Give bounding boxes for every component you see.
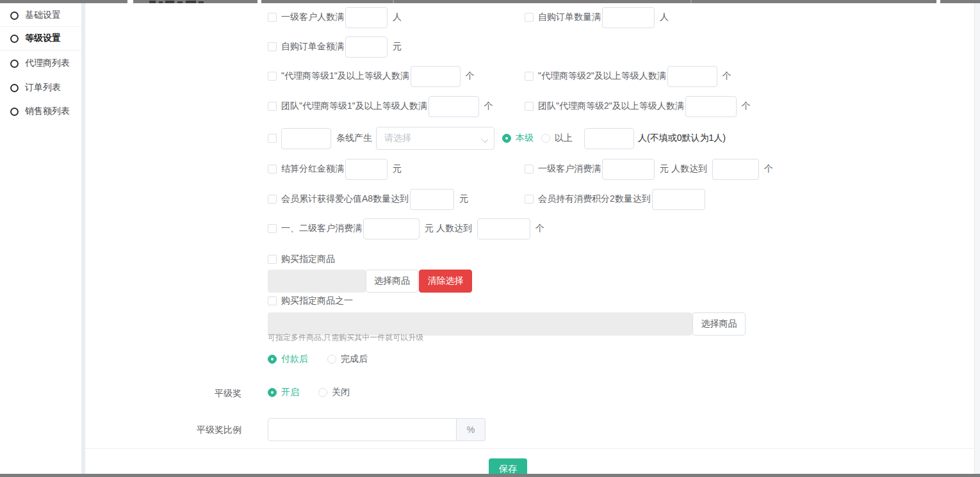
peer-award-ratio-input[interactable] [268, 418, 457, 441]
radio-label: 开启 [281, 387, 299, 398]
sidebar-content-gutter [81, 0, 85, 477]
unit-suffix: 人 [393, 12, 402, 23]
level-select[interactable]: 请选择 [376, 127, 494, 150]
line-count-input[interactable] [281, 128, 331, 149]
sidebar-item-label: 代理商列表 [25, 58, 70, 69]
unit-suffix: 人 [660, 12, 669, 23]
checkbox[interactable] [268, 72, 277, 81]
condition-love-value-a8: 会员累计获得爱心值A8数量达到 元 [268, 188, 468, 210]
radio-label: 本级 [516, 133, 534, 144]
level12-consume-amount-input[interactable] [363, 218, 420, 239]
selected-product-display [268, 270, 366, 293]
love-value-a8-input[interactable] [410, 189, 454, 210]
peer-award-ratio-label: 平级奖比例 [149, 424, 241, 436]
level1-consume-amount-input[interactable] [602, 159, 655, 180]
radio-label: 关闭 [332, 387, 350, 398]
buy-product-picker: 选择商品 清除选择 [268, 270, 472, 293]
unit-suffix: 个 [742, 101, 751, 112]
unit-suffix: 个 [484, 101, 493, 112]
radio-after-payment[interactable] [268, 355, 277, 364]
condition-label: 购买指定商品 [281, 254, 335, 265]
condition-label: 会员累计获得爱心值A8数量达到 [281, 193, 409, 205]
top-border-mark [690, 0, 692, 3]
checkbox[interactable] [268, 224, 277, 233]
checkbox[interactable] [525, 195, 534, 204]
level1-consume-people-input[interactable] [712, 159, 759, 180]
clear-selection-button[interactable]: 清除选择 [419, 270, 472, 293]
consume-points2-input[interactable] [652, 189, 705, 210]
condition-consume-points2: 会员持有消费积分2数量达到 [525, 188, 705, 210]
level1-customer-count-input[interactable] [345, 7, 388, 28]
sidebar-item-sales-list[interactable]: 销售额列表 [0, 100, 81, 123]
clipped-text-fragment [177, 1, 183, 3]
mid-label: 元 人数达到 [425, 223, 472, 234]
condition-label: 自购订单数量满 [538, 12, 601, 23]
scrollbar[interactable] [974, 0, 980, 477]
checkbox[interactable] [268, 195, 277, 204]
select-product-button[interactable]: 选择商品 [366, 270, 418, 293]
condition-level1-customer-consume: 一级客户消费满 元 人数达到 个 [525, 158, 773, 180]
condition-label: 一、二级客户消费满 [281, 223, 362, 234]
window-top-border [0, 0, 980, 3]
radio-peer-award-off[interactable] [318, 388, 327, 397]
multi-product-hint-row: 可指定多件商品,只需购买其中一件就可以升级 [268, 332, 423, 343]
checkbox[interactable] [268, 165, 277, 174]
sidebar-item-agent-list[interactable]: 代理商列表 [0, 52, 81, 75]
checkbox[interactable] [525, 165, 534, 174]
footer-divider [85, 448, 975, 449]
condition-settle-dividend-amount: 结算分红金额满 元 [268, 158, 402, 180]
clipped-text-fragment [165, 1, 174, 3]
condition-label: 条线产生 [336, 133, 372, 144]
select-product-button[interactable]: 选择商品 [692, 312, 746, 336]
team-agent-level2-count-input[interactable] [685, 96, 737, 117]
settle-dividend-amount-input[interactable] [345, 159, 388, 180]
radio-same-level[interactable] [502, 134, 511, 143]
window-bottom-border [0, 474, 980, 477]
checkbox[interactable] [525, 13, 534, 22]
unit-suffix: 元 [393, 41, 402, 53]
condition-buy-product-one-of: 购买指定商品之一 [268, 291, 353, 311]
condition-buy-product: 购买指定商品 [268, 250, 335, 269]
unit-suffix: 个 [535, 223, 544, 234]
checkbox[interactable] [268, 134, 277, 143]
condition-self-order-amount: 自购订单金额满 元 [268, 36, 402, 58]
line-people-count-input[interactable] [584, 128, 634, 149]
condition-team-agent-level1-count: 团队"代理商等级1"及以上等级人数满 个 [268, 95, 493, 117]
sidebar-item-basic-settings[interactable]: 基础设置 [0, 4, 81, 27]
condition-label: "代理商等级2"及以上等级人数满 [538, 70, 666, 82]
radio-label: 以上 [555, 133, 573, 144]
checkbox[interactable] [525, 72, 534, 81]
agent-level2-count-input[interactable] [667, 66, 717, 87]
self-order-amount-input[interactable] [345, 36, 388, 58]
unit-suffix: 元 [393, 163, 402, 175]
condition-agent-level2-count: "代理商等级2"及以上等级人数满 个 [525, 65, 731, 87]
sidebar-item-level-settings[interactable]: 等级设置 [0, 26, 81, 51]
sidebar-item-label: 订单列表 [25, 82, 61, 93]
clipped-text-fragment [149, 1, 156, 3]
self-order-count-input[interactable] [602, 7, 655, 28]
checkbox[interactable] [525, 102, 534, 111]
radio-peer-award-on[interactable] [268, 388, 277, 397]
radio-above-level[interactable] [541, 134, 550, 143]
checkbox[interactable] [268, 296, 277, 305]
sidebar-item-label: 销售额列表 [25, 106, 70, 117]
condition-label: 团队"代理商等级2"及以上等级人数满 [538, 101, 684, 112]
condition-level1-customer-count: 一级客户人数满 人 [268, 6, 402, 28]
checkbox[interactable] [268, 102, 277, 111]
circle-bullet-icon [10, 12, 19, 20]
condition-label: 购买指定商品之一 [281, 295, 353, 307]
peer-award-radios: 开启 关闭 [268, 384, 350, 401]
level12-consume-people-input[interactable] [477, 218, 530, 239]
top-border-gap [127, 0, 133, 3]
circle-bullet-icon [10, 60, 19, 68]
clipped-text-fragment [159, 1, 163, 3]
team-agent-level1-count-input[interactable] [429, 96, 479, 117]
radio-after-completion[interactable] [327, 355, 336, 364]
condition-label: 结算分红金额满 [281, 163, 344, 175]
checkbox[interactable] [268, 42, 277, 51]
sidebar-item-order-list[interactable]: 订单列表 [0, 76, 81, 99]
unit-suffix: 元 [459, 193, 468, 205]
agent-level1-count-input[interactable] [411, 66, 461, 87]
checkbox[interactable] [268, 13, 277, 22]
checkbox[interactable] [268, 255, 277, 264]
